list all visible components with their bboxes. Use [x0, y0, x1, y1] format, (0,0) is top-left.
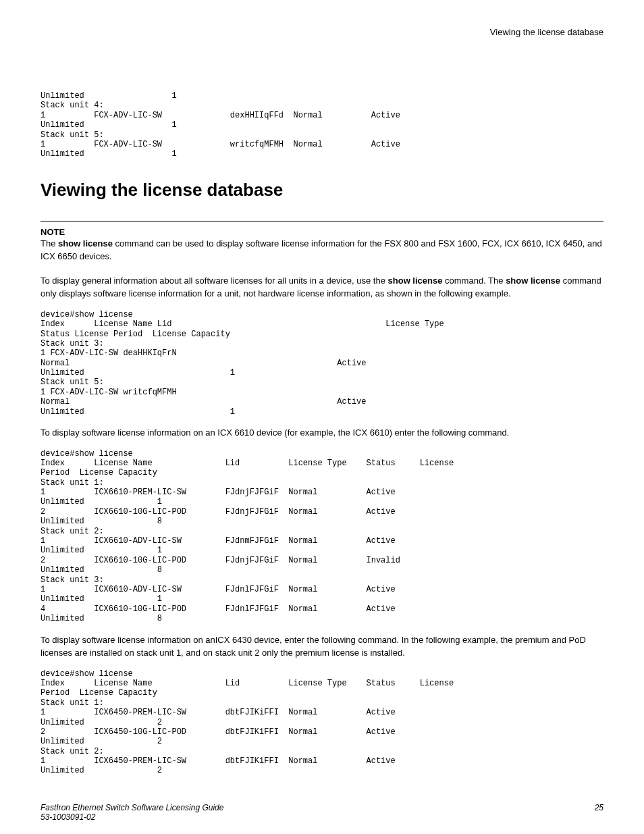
code-block-1: Unlimited 1 Stack unit 4: 1 FCX-ADV-LIC-… [41, 91, 603, 159]
footer-page-number: 25 [595, 803, 603, 822]
para1-t2: command. The [442, 276, 506, 286]
page-heading: Viewing the license database [41, 180, 603, 201]
paragraph-2: To display software license information … [41, 426, 603, 440]
note-text: The show license command can be used to … [41, 237, 603, 263]
note-bold-cmd: show license [58, 238, 113, 249]
code-block-3: device#show license Index License Name L… [41, 449, 603, 624]
para1-b1: show license [388, 276, 443, 286]
note-prefix: The [41, 238, 58, 249]
page-header-section: Viewing the license database [41, 27, 603, 37]
para1-t1: To display general information about all… [41, 276, 388, 286]
note-box: NOTE The show license command can be use… [41, 221, 603, 263]
footer-title: FastIron Ethernet Switch Software Licens… [41, 803, 223, 812]
footer-left: FastIron Ethernet Switch Software Licens… [41, 803, 223, 822]
footer-docnum: 53-1003091-02 [41, 812, 95, 822]
page-footer: FastIron Ethernet Switch Software Licens… [41, 803, 603, 822]
note-suffix: command can be used to display software … [41, 238, 602, 262]
code-block-4: device#show license Index License Name L… [41, 669, 603, 776]
paragraph-3: To display software license information … [41, 633, 603, 660]
note-label: NOTE [41, 227, 603, 237]
para1-b2: show license [506, 276, 560, 286]
paragraph-1: To display general information about all… [41, 274, 603, 301]
code-block-2: device#show license Index License Name L… [41, 310, 603, 417]
